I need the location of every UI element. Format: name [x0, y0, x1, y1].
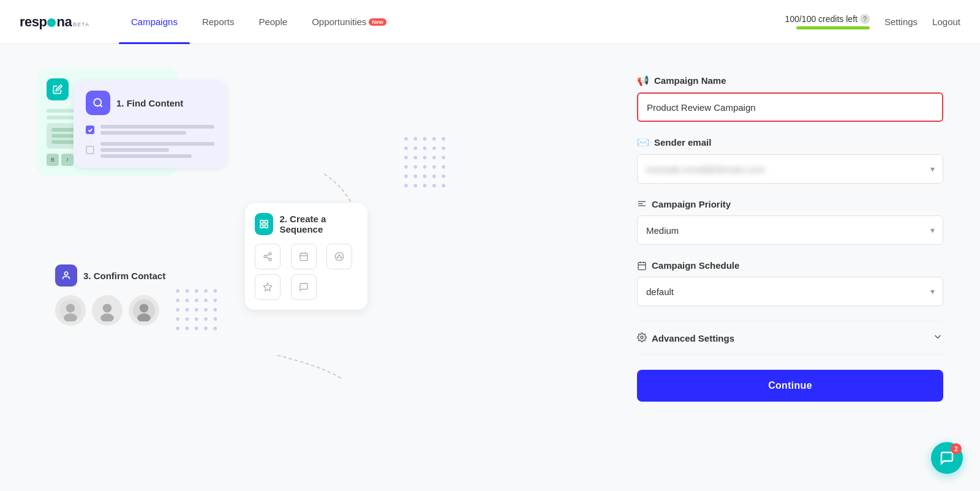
- svg-point-9: [442, 146, 445, 150]
- svg-line-64: [266, 254, 270, 256]
- header-right: 100/100 credits left ? Settings Logout: [785, 14, 960, 29]
- svg-point-13: [432, 156, 436, 159]
- svg-point-28: [432, 184, 436, 187]
- svg-point-23: [432, 174, 436, 178]
- svg-point-79: [103, 304, 111, 312]
- nav-people[interactable]: People: [246, 0, 300, 44]
- seq-icon-calendar: [291, 244, 317, 269]
- sender-email-display[interactable]: example.email@domain.com: [637, 154, 943, 184]
- svg-rect-87: [638, 262, 646, 269]
- priority-select[interactable]: Low Medium High: [637, 216, 943, 245]
- svg-point-24: [442, 174, 445, 178]
- svg-point-43: [204, 308, 208, 312]
- sender-email-icon: ✉️: [637, 137, 649, 148]
- step-3-card: 3. Confirm Contact: [55, 264, 202, 326]
- chat-badge: 2: [951, 443, 962, 454]
- schedule-select-wrapper: default custom ▾: [637, 277, 943, 306]
- nav-opportunities[interactable]: Opportunities New: [300, 0, 399, 44]
- priority-label: Campaign Priority: [652, 199, 731, 209]
- form-section: 📢 Campaign Name ✉️ Sender email example.…: [637, 69, 943, 467]
- logo[interactable]: respna BETA: [20, 14, 89, 30]
- svg-point-54: [213, 327, 217, 331]
- priority-icon: [637, 198, 647, 209]
- seq-icon-share: [255, 244, 281, 269]
- priority-select-wrapper: Low Medium High ▾: [637, 216, 943, 245]
- svg-point-25: [404, 184, 408, 187]
- campaign-name-icon: 📢: [637, 75, 649, 86]
- svg-point-44: [213, 308, 217, 312]
- avatar-1: [55, 295, 86, 326]
- schedule-icon: [637, 260, 647, 271]
- step4-icon: [47, 78, 69, 100]
- svg-marker-73: [263, 283, 271, 291]
- svg-point-33: [204, 289, 208, 293]
- credits-info-icon[interactable]: ?: [860, 14, 870, 24]
- seq-icon-star: [255, 274, 281, 300]
- main-content: 1. Find Content: [0, 44, 980, 491]
- campaign-name-input[interactable]: [637, 92, 943, 122]
- schedule-select[interactable]: default custom: [637, 277, 943, 306]
- logout-link[interactable]: Logout: [932, 17, 960, 27]
- svg-point-52: [195, 327, 198, 331]
- svg-point-19: [442, 165, 445, 169]
- campaign-name-label: Campaign Name: [654, 75, 726, 86]
- svg-point-71: [339, 255, 340, 256]
- sender-email-wrapper: example.email@domain.com ▾: [637, 154, 943, 184]
- sender-email-field: ✉️ Sender email example.email@domain.com…: [637, 137, 943, 184]
- sender-email-blurred: example.email@domain.com: [646, 164, 765, 174]
- advanced-settings-chevron: [932, 331, 943, 345]
- svg-point-0: [404, 137, 408, 141]
- illustration: 1. Find Content: [37, 69, 588, 467]
- advanced-settings-label: Advanced Settings: [652, 333, 734, 343]
- svg-point-27: [423, 184, 427, 187]
- svg-point-70: [337, 257, 339, 258]
- nav-reports[interactable]: Reports: [190, 0, 247, 44]
- svg-point-16: [413, 165, 417, 169]
- beta-badge: BETA: [73, 21, 89, 28]
- svg-point-21: [413, 174, 417, 178]
- svg-point-7: [423, 146, 427, 150]
- svg-point-29: [442, 184, 445, 187]
- svg-point-39: [213, 299, 217, 302]
- svg-rect-57: [265, 220, 268, 223]
- advanced-settings-toggle[interactable]: Advanced Settings: [637, 321, 943, 355]
- step1-label: 1. Find Content: [116, 98, 183, 108]
- svg-point-49: [213, 317, 217, 321]
- svg-point-12: [423, 156, 427, 159]
- toolbar-bold: B: [47, 154, 59, 166]
- svg-point-72: [341, 257, 342, 258]
- checkbox-unchecked: [86, 146, 94, 154]
- svg-point-26: [413, 184, 417, 187]
- step2-label: 2. Create a Sequence: [279, 214, 358, 234]
- schedule-label: Campaign Schedule: [652, 260, 739, 271]
- credits-bar: [796, 26, 870, 29]
- svg-line-63: [266, 257, 270, 259]
- svg-rect-58: [260, 225, 263, 228]
- svg-point-82: [140, 304, 148, 312]
- svg-point-74: [64, 272, 67, 275]
- svg-point-8: [432, 146, 436, 150]
- svg-point-3: [432, 137, 436, 141]
- svg-point-69: [336, 252, 344, 260]
- svg-point-50: [176, 327, 179, 331]
- checkbox-checked: [86, 126, 94, 134]
- avatar-3: [129, 295, 159, 326]
- step-1-card: 1. Find Content: [74, 81, 227, 168]
- svg-rect-65: [300, 253, 307, 261]
- svg-rect-56: [260, 220, 263, 223]
- svg-point-15: [404, 165, 408, 169]
- svg-rect-59: [265, 225, 268, 228]
- svg-point-20: [404, 174, 408, 178]
- credits-text: 100/100 credits left: [785, 14, 858, 24]
- svg-point-14: [442, 156, 445, 159]
- continue-button[interactable]: Continue: [637, 370, 943, 402]
- chat-bubble[interactable]: 2: [931, 442, 963, 474]
- svg-point-6: [413, 146, 417, 150]
- settings-link[interactable]: Settings: [884, 17, 918, 27]
- nav-campaigns[interactable]: Campaigns: [119, 0, 190, 44]
- svg-point-38: [204, 299, 208, 302]
- svg-point-61: [264, 255, 266, 258]
- step2-icon: [255, 213, 273, 235]
- step3-icon: [55, 264, 77, 287]
- svg-point-1: [413, 137, 417, 141]
